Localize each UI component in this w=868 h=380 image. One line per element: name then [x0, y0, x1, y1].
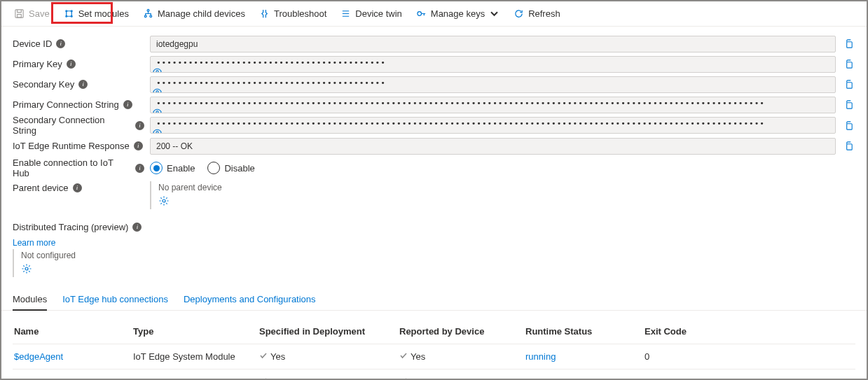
svg-rect-12	[846, 62, 852, 68]
svg-point-3	[71, 10, 72, 12]
col-header-exit[interactable]: Exit Code	[643, 326, 727, 337]
command-bar: Save Set modules Manage child devices Tr…	[1, 1, 867, 27]
check-icon	[259, 377, 268, 380]
detail-tabs: Modules IoT Edge hub connections Deploym…	[1, 290, 867, 311]
svg-rect-14	[846, 83, 852, 88]
copy-icon[interactable]	[841, 118, 855, 132]
check-icon	[259, 351, 268, 362]
refresh-button[interactable]: Refresh	[507, 1, 567, 26]
tab-hub-connections[interactable]: IoT Edge hub connections	[62, 290, 168, 310]
svg-point-7	[144, 15, 146, 17]
parent-device-label: Parent device	[13, 183, 69, 193]
tab-deployments[interactable]: Deployments and Configurations	[184, 290, 316, 310]
device-twin-icon	[340, 8, 351, 19]
secondary-key-field[interactable]: ••••••••••••••••••••••••••••••••••••••••…	[150, 76, 836, 93]
copy-icon[interactable]	[841, 78, 855, 92]
refresh-icon	[514, 8, 524, 19]
svg-point-2	[65, 10, 67, 12]
primary-cs-label: Primary Connection String	[13, 99, 119, 110]
info-icon[interactable]: i	[134, 141, 143, 150]
save-icon	[14, 8, 25, 19]
svg-point-20	[163, 199, 165, 202]
svg-rect-1	[18, 14, 22, 17]
hierarchy-icon	[143, 8, 153, 19]
modules-table: Name Type Specified in Deployment Report…	[1, 321, 867, 380]
enable-connection-label: Enable connection to IoT Hub	[13, 157, 131, 178]
svg-rect-0	[15, 10, 23, 17]
check-icon	[399, 351, 408, 362]
secondary-cs-label: Secondary Connection String	[13, 115, 131, 136]
disable-radio[interactable]: Disable	[207, 162, 254, 174]
device-id-field[interactable]: iotedgegpu	[150, 36, 836, 52]
runtime-response-label: IoT Edge Runtime Response	[13, 141, 130, 151]
copy-icon[interactable]	[841, 57, 855, 71]
copy-icon[interactable]	[841, 98, 855, 112]
info-icon[interactable]: i	[73, 183, 82, 192]
copy-icon[interactable]	[841, 37, 855, 51]
copy-icon[interactable]	[841, 139, 855, 153]
info-icon[interactable]: i	[132, 223, 142, 232]
enable-radio[interactable]: Enable	[150, 162, 195, 174]
svg-rect-18	[846, 123, 852, 129]
col-header-stat[interactable]: Runtime Status	[524, 326, 643, 337]
col-header-type[interactable]: Type	[132, 326, 258, 337]
reveal-icon[interactable]	[152, 86, 825, 93]
svg-point-5	[71, 15, 72, 17]
dist-tracing-label: Distributed Tracing (preview)	[13, 222, 128, 232]
module-name-link[interactable]: $edgeHub	[13, 377, 132, 380]
info-icon[interactable]: i	[123, 100, 132, 109]
info-icon[interactable]: i	[135, 121, 144, 130]
primary-key-label: Primary Key	[13, 59, 62, 69]
manage-keys-button[interactable]: Manage keys	[409, 1, 507, 26]
set-modules-icon	[64, 8, 74, 19]
runtime-response-field[interactable]: 200 -- OK	[150, 138, 836, 155]
svg-point-6	[147, 9, 149, 11]
save-button: Save	[7, 1, 57, 26]
secondary-key-label: Secondary Key	[13, 79, 74, 90]
primary-cs-field[interactable]: ••••••••••••••••••••••••••••••••••••••••…	[150, 97, 836, 113]
table-row[interactable]: $edgeAgent IoT Edge System Module Yes Ye…	[13, 344, 855, 369]
svg-point-8	[150, 15, 152, 17]
svg-point-4	[65, 15, 67, 17]
gear-icon[interactable]	[21, 263, 32, 274]
reveal-icon[interactable]	[152, 127, 825, 134]
primary-key-field[interactable]: ••••••••••••••••••••••••••••••••••••••••…	[150, 56, 836, 73]
runtime-status-link[interactable]: running	[524, 377, 643, 380]
tab-modules[interactable]: Modules	[13, 290, 47, 310]
module-name-link[interactable]: $edgeAgent	[13, 351, 132, 362]
table-row[interactable]: $edgeHub IoT Edge System Module Yes Yes …	[13, 369, 855, 380]
svg-point-13	[156, 90, 158, 92]
parent-device-value: No parent device	[158, 183, 222, 192]
col-header-name[interactable]: Name	[13, 326, 132, 337]
svg-rect-10	[846, 42, 852, 48]
check-icon	[399, 377, 408, 380]
svg-point-17	[156, 132, 158, 134]
col-header-spec[interactable]: Specified in Deployment	[258, 326, 398, 337]
dist-tracing-box: Not configured	[13, 249, 76, 277]
svg-point-15	[156, 111, 158, 113]
device-twin-button[interactable]: Device twin	[333, 1, 408, 26]
manage-child-devices-button[interactable]: Manage child devices	[136, 1, 252, 26]
info-icon[interactable]: i	[67, 59, 76, 69]
set-modules-button[interactable]: Set modules	[57, 1, 136, 26]
svg-point-11	[156, 70, 158, 72]
info-icon[interactable]: i	[78, 80, 88, 89]
col-header-rep[interactable]: Reported by Device	[398, 326, 524, 337]
svg-rect-19	[846, 144, 852, 150]
device-id-label: Device ID	[13, 38, 52, 49]
chevron-down-icon	[489, 8, 500, 19]
svg-rect-16	[846, 103, 852, 108]
reveal-icon[interactable]	[152, 66, 825, 73]
runtime-status-link[interactable]: running	[524, 351, 643, 362]
gear-icon[interactable]	[158, 195, 170, 206]
secondary-cs-field[interactable]: ••••••••••••••••••••••••••••••••••••••••…	[150, 117, 836, 134]
svg-point-9	[418, 12, 422, 16]
reveal-icon[interactable]	[152, 106, 825, 113]
troubleshoot-button[interactable]: Troubleshoot	[252, 1, 333, 26]
learn-more-link[interactable]: Learn more	[13, 238, 855, 248]
svg-point-21	[25, 267, 28, 270]
info-icon[interactable]: i	[56, 39, 65, 48]
parent-device-box: No parent device	[150, 181, 222, 209]
info-icon[interactable]: i	[135, 164, 144, 173]
dist-tracing-status: Not configured	[21, 251, 76, 260]
